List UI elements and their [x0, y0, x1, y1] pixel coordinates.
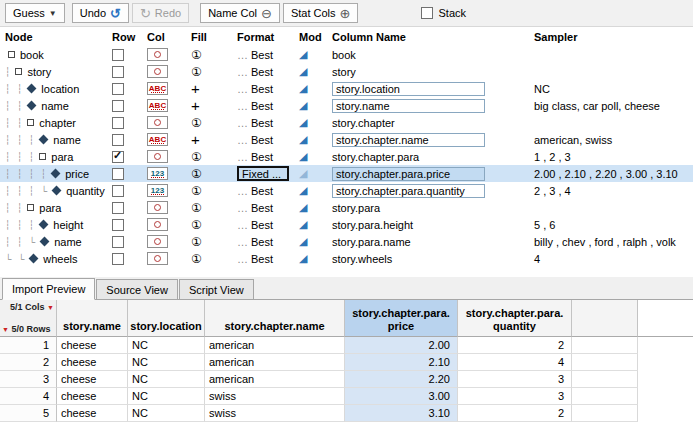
fill-icon[interactable]: ①	[191, 252, 202, 266]
column-name-input[interactable]: story.chapter.name	[332, 133, 485, 147]
fill-icon[interactable]: ①	[191, 65, 202, 79]
column-name-input[interactable]: story.name	[332, 99, 485, 113]
cell-story-chapter-name[interactable]: swiss	[205, 405, 345, 422]
cell-story-chapter-name[interactable]: swiss	[205, 388, 345, 405]
col-type-icon[interactable]	[147, 235, 168, 248]
cell-price[interactable]: 2.00	[345, 337, 458, 354]
col-type-icon[interactable]: ABC	[147, 82, 168, 95]
column-header-story-location[interactable]: story.location	[128, 300, 205, 337]
cols-red-triangle-icon[interactable]: ▼	[47, 304, 54, 311]
row-checkbox[interactable]	[112, 202, 124, 214]
cell-story-chapter-name[interactable]: american	[205, 371, 345, 388]
cell-price[interactable]: 2.10	[345, 354, 458, 371]
mod-triangle-icon[interactable]: ◢	[299, 202, 307, 213]
fill-icon[interactable]: ①	[191, 48, 202, 62]
cell-price[interactable]: 3.10	[345, 405, 458, 422]
format-dropdown[interactable]: …Best	[237, 66, 273, 78]
format-dropdown[interactable]: …Best	[237, 185, 273, 197]
fill-icon[interactable]: ①	[191, 201, 202, 215]
mod-triangle-icon[interactable]: ◢	[299, 151, 307, 162]
node-cell[interactable]: ┆ story	[0, 66, 106, 78]
tree-row[interactable]: ┆ ┆ para ① …Best ◢ story.para	[0, 199, 693, 216]
cell-quantity[interactable]: 3	[458, 388, 572, 405]
guess-button[interactable]: Guess ▼	[5, 3, 65, 23]
tree-row[interactable]: ┆ ┆ ┆ name ABC + …Best ◢ story.chapter.n…	[0, 131, 693, 148]
tree-row[interactable]: ┆ ┆ └ name ① …Best ◢ story.para.name bil…	[0, 233, 693, 250]
row-checkbox[interactable]	[112, 253, 124, 265]
stat-cols-button[interactable]: Stat Cols ⊕	[283, 3, 359, 23]
cell-empty[interactable]	[572, 354, 638, 371]
col-type-icon[interactable]: ABC	[147, 133, 168, 146]
mod-triangle-icon[interactable]: ◢	[299, 49, 307, 60]
row-checkbox[interactable]	[112, 117, 124, 129]
format-dropdown[interactable]: …Best	[237, 219, 273, 231]
row-checkbox[interactable]	[112, 83, 124, 95]
format-dropdown[interactable]: …Best	[237, 134, 273, 146]
row-checkbox[interactable]	[112, 151, 124, 163]
column-header-story-chapter-name[interactable]: story.chapter.name	[205, 300, 345, 337]
tree-row[interactable]: ┆ ┆ ┆ ┆ price 123 ① Fixed ... ◢ story.ch…	[0, 165, 693, 182]
fill-icon[interactable]: +	[191, 132, 200, 147]
row-checkbox[interactable]	[112, 236, 124, 248]
col-type-icon[interactable]: 123	[147, 167, 168, 180]
node-cell[interactable]: ┆ ┆ chapter	[0, 117, 106, 129]
mod-triangle-icon[interactable]: ◢	[299, 100, 307, 111]
column-header-price[interactable]: story.chapter.para. price	[345, 300, 458, 337]
tree-row[interactable]: ┆ ┆ chapter ① …Best ◢ story.chapter	[0, 114, 693, 131]
row-number[interactable]: 2	[0, 354, 57, 371]
row-number[interactable]: 4	[0, 388, 57, 405]
node-cell[interactable]: └ └ wheels	[0, 253, 106, 265]
fill-icon[interactable]: ①	[191, 116, 202, 130]
column-header-empty[interactable]	[572, 300, 638, 337]
cell-empty[interactable]	[572, 405, 638, 422]
column-name-input[interactable]: story.location	[332, 82, 485, 96]
node-cell[interactable]: ┆ ┆ para	[0, 202, 106, 214]
node-cell[interactable]: ┆ ┆ ┆ height	[0, 219, 106, 231]
col-type-icon[interactable]: 123	[147, 184, 168, 197]
node-cell[interactable]: ┆ ┆ ┆ ┆ price	[0, 168, 106, 180]
cell-story-chapter-name[interactable]: american	[205, 337, 345, 354]
name-col-button[interactable]: Name Col ⊖	[200, 3, 280, 23]
cell-story-name[interactable]: cheese	[57, 354, 128, 371]
format-dropdown[interactable]: …Best	[237, 49, 273, 61]
col-type-icon[interactable]	[147, 201, 168, 214]
format-dropdown[interactable]: …Best	[237, 236, 273, 248]
tree-row[interactable]: ┆ story ① …Best ◢ story	[0, 63, 693, 80]
cell-quantity[interactable]: 2	[458, 405, 572, 422]
tree-row[interactable]: └ └ wheels ① …Best ◢ story.wheels 4	[0, 250, 693, 267]
cols-count[interactable]: 5/1 Cols ▼	[2, 302, 54, 312]
mod-triangle-icon[interactable]: ◢	[299, 253, 307, 264]
cell-price[interactable]: 2.20	[345, 371, 458, 388]
redo-button[interactable]: ↻ Redo	[132, 3, 189, 23]
format-dropdown[interactable]: …Best	[237, 100, 273, 112]
col-type-icon[interactable]	[147, 150, 168, 163]
column-header-quantity[interactable]: story.chapter.para. quantity	[458, 300, 572, 337]
node-cell[interactable]: ┆ ┆ └ name	[0, 236, 106, 248]
node-cell[interactable]: ┆ ┆ ┆ └ quantity	[0, 185, 106, 197]
format-dropdown[interactable]: …Best	[237, 83, 273, 95]
cell-story-chapter-name[interactable]: american	[205, 354, 345, 371]
row-checkbox[interactable]	[112, 100, 124, 112]
row-number[interactable]: 5	[0, 405, 57, 422]
row-checkbox[interactable]	[112, 185, 124, 197]
tree-row[interactable]: ┆ ┆ ┆ └ quantity 123 ① …Best ◢ story.cha…	[0, 182, 693, 199]
row-number[interactable]: 1	[0, 337, 57, 354]
cell-story-location[interactable]: NC	[128, 405, 205, 422]
row-checkbox[interactable]	[112, 66, 124, 78]
fill-icon[interactable]: ①	[191, 150, 202, 164]
cell-quantity[interactable]: 3	[458, 371, 572, 388]
mod-triangle-icon[interactable]: ◢	[299, 236, 307, 247]
cell-empty[interactable]	[572, 371, 638, 388]
tab-script-view[interactable]: Script View	[179, 279, 254, 299]
mod-triangle-icon[interactable]: ◢	[299, 134, 307, 145]
fill-icon[interactable]: ①	[191, 184, 202, 198]
format-dropdown[interactable]: …Best	[237, 151, 273, 163]
cell-quantity[interactable]: 4	[458, 354, 572, 371]
table-corner-panel[interactable]: 5/1 Cols ▼ ▼ 5/0 Rows	[0, 300, 57, 337]
format-dropdown[interactable]: Fixed ...	[237, 166, 289, 181]
node-cell[interactable]: book	[0, 49, 106, 61]
fill-icon[interactable]: ①	[191, 167, 202, 181]
mod-triangle-icon[interactable]: ◢	[299, 185, 307, 196]
col-type-icon[interactable]	[147, 218, 168, 231]
row-checkbox[interactable]	[112, 168, 124, 180]
